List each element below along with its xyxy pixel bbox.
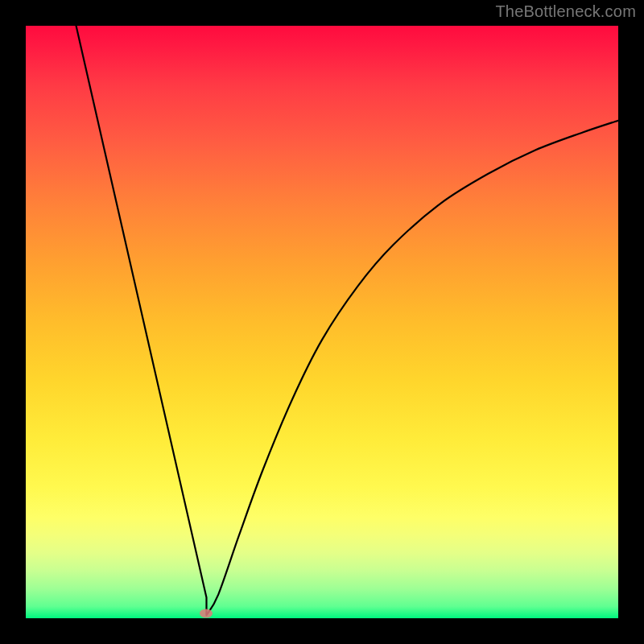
minimum-marker bbox=[200, 609, 213, 618]
plot-area bbox=[26, 26, 618, 618]
attribution-text: TheBottleneck.com bbox=[495, 2, 636, 21]
bottleneck-curve bbox=[26, 26, 618, 618]
chart-canvas: TheBottleneck.com bbox=[0, 0, 644, 644]
